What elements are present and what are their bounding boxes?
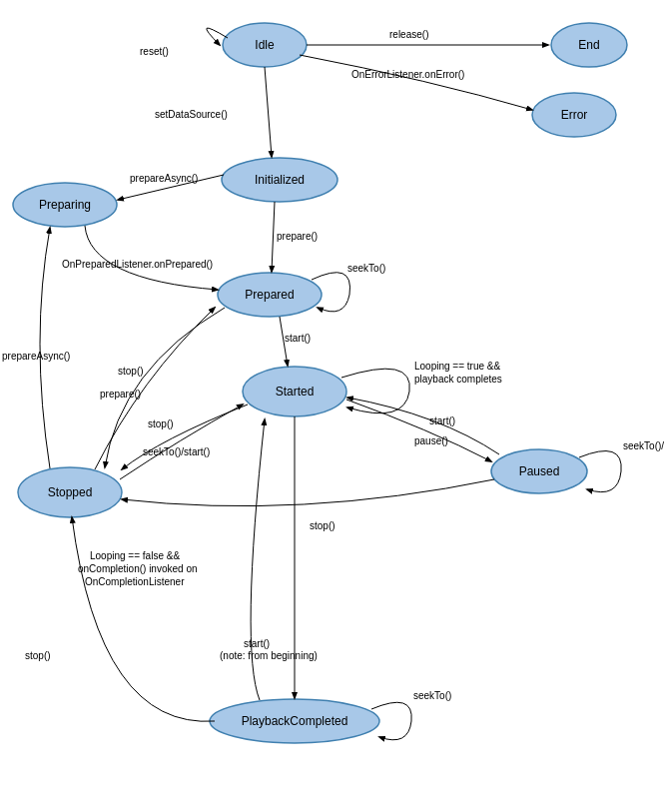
label-started-playback: Looping == false && [90,550,180,561]
state-idle-label: Idle [255,38,275,52]
label-playback-seekto: seekTo() [413,690,451,701]
state-initialized-label: Initialized [255,173,305,187]
label-started-playback3: OnCompletionListener [85,576,185,587]
label-preparing-prepared: OnPreparedListener.onPrepared() [62,259,213,270]
state-error-label: Error [561,108,588,122]
label-stopped-prepare: prepare() [100,389,141,400]
label-prepared-seekto: seekTo() [347,263,385,274]
state-end-label: End [578,38,599,52]
state-paused-label: Paused [519,464,560,478]
label-playback-start2: (note: from beginning) [220,650,318,661]
label-init-prepared: prepare() [277,231,318,242]
state-prepared-label: Prepared [245,288,294,302]
label-paused-start: start() [429,415,455,426]
state-diagram: Idle End Error Initialized Preparing Pre… [0,0,664,812]
label-reset: reset() [140,46,169,57]
state-preparing-label: Preparing [39,198,91,212]
label-started-playback2: onCompletion() invoked on [78,563,198,574]
label-init-preparing: prepareAsync() [130,173,198,184]
label-playback-start: start() [244,638,270,649]
state-started-label: Started [276,385,315,399]
label-prepared-stop: stop() [118,366,144,377]
label-started-stop: stop() [148,418,174,429]
label-prepared-start: start() [285,333,311,344]
label-stopped-started: seekTo()/start() [143,446,210,457]
svg-line-3 [272,202,275,272]
label-paused-seekto: seekTo()/pause() [623,440,664,451]
label-stopped-prepareasync: prepareAsync() [2,351,70,362]
label-idle-end: release() [389,29,428,40]
label-idle-initialized: setDataSource() [155,109,228,120]
label-started-pause: pause() [414,435,448,446]
label-paused-stop: stop() [310,520,335,531]
label-playback-stop: stop() [25,650,51,661]
state-stopped-label: Stopped [48,485,93,499]
label-started-looping2: playback completes [414,374,502,385]
label-idle-error: OnErrorListener.onError() [351,69,464,80]
state-playbackcompleted-label: PlaybackCompleted [242,714,348,728]
svg-line-1 [265,67,272,157]
label-started-looping: Looping == true && [414,361,501,372]
